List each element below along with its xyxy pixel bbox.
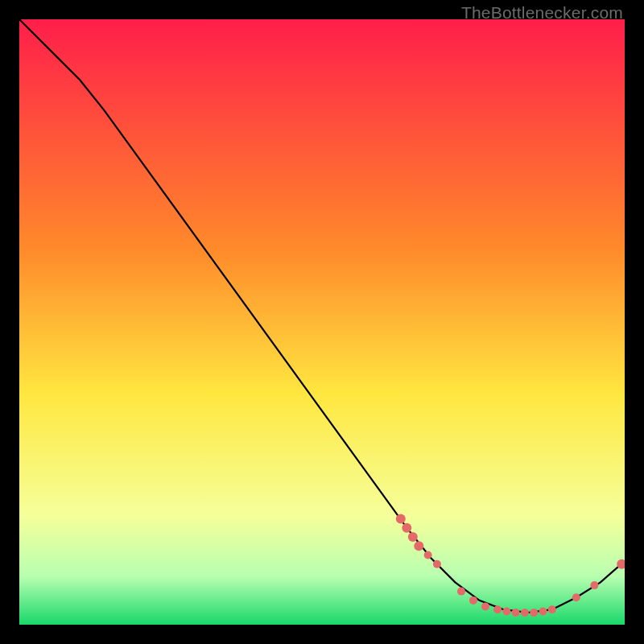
data-marker [396, 514, 406, 523]
data-marker [548, 605, 556, 613]
data-marker [481, 602, 489, 610]
data-marker [530, 609, 538, 617]
data-marker [408, 532, 418, 542]
data-marker [521, 609, 529, 617]
watermark-text: TheBottlenecker.com [461, 3, 623, 23]
data-marker [493, 605, 502, 613]
data-marker [590, 581, 598, 589]
data-marker [469, 597, 477, 605]
data-marker [433, 560, 441, 568]
data-marker [457, 588, 465, 596]
data-marker [502, 608, 510, 616]
data-marker [512, 609, 520, 617]
gradient-background [19, 19, 625, 625]
data-marker [402, 523, 411, 533]
data-marker [414, 541, 423, 551]
bottleneck-chart [19, 19, 625, 625]
data-marker [572, 593, 580, 601]
data-marker [539, 608, 547, 616]
data-marker [424, 551, 432, 559]
chart-frame [19, 19, 625, 625]
